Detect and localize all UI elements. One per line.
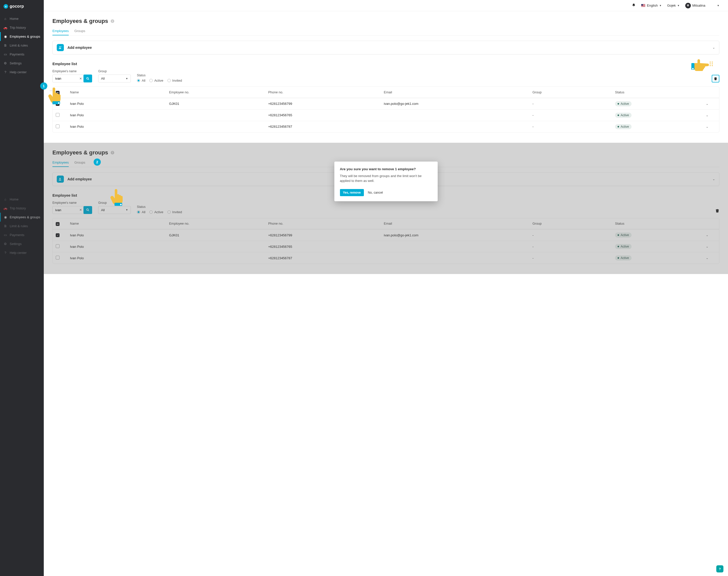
chevron-down-icon[interactable]: ⌄ [706,113,716,117]
status-radio-all[interactable]: All [137,79,145,82]
info-icon[interactable]: i [111,19,114,23]
logo-icon: e [4,4,8,9]
table-row: Ivan Polo+628123456787-Active⌄ [53,121,719,132]
modal-title: Are you sure you want to remove 1 employ… [340,167,432,171]
decorative-dots [710,62,711,66]
sidebar-item-label: Trip history [10,206,26,210]
bell-icon[interactable] [632,3,636,8]
sidebar-item-label: Settings [10,61,22,65]
svg-point-1 [87,77,88,79]
home-icon: ⌂ [4,197,7,201]
sidebar-item-limit-rules[interactable]: 🗎Limit & rules [0,222,44,231]
tab-groups[interactable]: Groups [74,29,85,35]
avatar: M [685,3,691,8]
list-title: Employee list [52,62,719,66]
sidebar-item-help-center[interactable]: ?Help center [0,68,44,77]
flag-icon [641,4,645,7]
confirm-remove-button[interactable]: Yes, remove [340,189,364,196]
sidebar-item-label: Employees & groups [10,215,40,219]
sidebar-item-limit-rules[interactable]: 🗎Limit & rules [0,41,44,50]
screen-step-2: Employees & groups i EmployeesGroups Add… [44,143,728,274]
tab-employees[interactable]: Employees [52,29,69,35]
status-radios: AllActiveInvited [137,79,182,82]
row-checkbox[interactable] [56,113,60,117]
chevron-down-icon[interactable]: ⌄ [706,125,716,128]
th-phone: Phone no. [268,90,384,94]
sliders-icon: ⚙ [4,61,7,65]
clear-icon[interactable]: ✕ [79,77,82,80]
cell-group: - [532,113,615,117]
cell-name: Ivan Polo [70,102,169,106]
filters: Employee's name ✕ Group All ▼ [52,69,719,82]
sidebar-item-label: Employees & groups [10,35,40,38]
status-radio-active[interactable]: Active [149,79,163,82]
user-icon: ◉ [4,35,7,38]
decorative-dots [712,62,713,66]
employee-table: Name Employee no. Phone no. Email Group … [52,87,719,133]
modal-body: They will be removed from groups and the… [340,174,432,183]
chevron-down-icon: ⌄ [712,46,715,49]
file-icon: 🗎 [4,44,7,47]
sidebar-item-settings[interactable]: ⚙Settings [0,239,44,248]
sliders-icon: ⚙ [4,242,7,246]
tabs: EmployeesGroups [52,29,719,36]
add-employee-accordion[interactable]: Add employee ⌄ [52,41,719,54]
org-switcher[interactable]: Gojek ▼ [667,4,680,7]
sidebar-item-label: Payments [10,52,24,56]
sidebar-item-label: Help center [10,251,26,255]
svg-point-9 [120,204,122,205]
sidebar-item-home[interactable]: ⌂Home [0,14,44,23]
topbar: English ▼ Gojek ▼ M Mitsalina ▼ [44,0,728,11]
user-plus-icon [57,44,64,51]
help-fab[interactable]: ? [716,565,723,572]
cancel-button[interactable]: No, cancel [368,191,383,194]
table-header: Name Employee no. Phone no. Email Group … [53,87,719,98]
home-icon: ⌂ [4,17,7,21]
logo-text: gocorp [10,4,24,9]
screen-step-1: Employees & groups i EmployeesGroups Add… [44,11,728,143]
step-badge-1: 1 [40,82,47,90]
accordion-title: Add employee [67,46,709,50]
sidebar-item-settings[interactable]: ⚙Settings [0,59,44,68]
svg-point-3 [58,102,60,104]
sidebar-item-label: Trip history [10,26,26,30]
sidebar-item-trip-history[interactable]: 🚗Trip history [0,23,44,32]
sidebar: e gocorp ⌂Home🚗Trip history◉Employees & … [0,0,44,576]
sidebar-item-employees-groups[interactable]: ◉Employees & groups [0,213,44,222]
sidebar-item-employees-groups[interactable]: ◉Employees & groups [0,32,44,41]
sidebar-item-label: Home [10,197,19,201]
radio-icon [168,79,171,82]
th-empno: Employee no. [169,90,268,94]
group-filter-label: Group [98,69,131,73]
sidebar-item-payments[interactable]: ▭Payments [0,231,44,239]
chevron-down-icon[interactable]: ⌄ [706,102,716,106]
sidebar-item-home[interactable]: ⌂Home [0,195,44,204]
delete-button[interactable] [712,75,719,82]
table-row: Ivan PoloGJK01+628123456799ivan.polo@go-… [53,98,719,109]
caret-down-icon: ▼ [659,4,662,7]
status-badge: Active [615,113,632,118]
caret-down-icon: ▼ [717,4,719,7]
page-title: Employees & groups i [52,18,719,24]
sidebar-item-payments[interactable]: ▭Payments [0,50,44,59]
sidebar-item-trip-history[interactable]: 🚗Trip history [0,204,44,213]
language-label: English [647,4,658,7]
cell-phone: +628123456799 [268,102,384,106]
sidebar-item-help-center[interactable]: ?Help center [0,248,44,257]
sidebar-item-label: Limit & rules [10,44,28,47]
cell-empno: GJK01 [169,102,268,106]
main-area: English ▼ Gojek ▼ M Mitsalina ▼ Employee… [44,0,728,576]
row-checkbox[interactable] [56,124,60,128]
caret-down-icon: ▼ [677,4,680,7]
status-badge: Active [615,101,632,106]
group-select[interactable]: All ▼ [98,75,131,82]
search-button[interactable] [84,75,92,82]
cell-phone: +628123456765 [268,113,384,117]
user-menu[interactable]: M Mitsalina ▼ [685,3,719,8]
help-icon: ? [4,70,7,74]
th-name: Name [70,90,169,94]
cell-email: ivan.polo@go-jek1.com [384,102,532,106]
table-row: Ivan Polo+628123456765-Active⌄ [53,109,719,121]
status-radio-invited[interactable]: Invited [168,79,182,82]
language-switcher[interactable]: English ▼ [641,4,662,7]
